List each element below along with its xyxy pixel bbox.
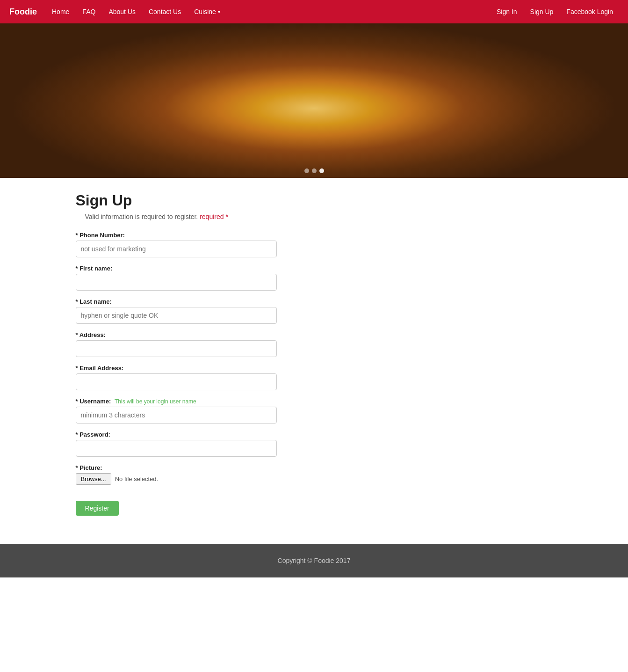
- required-label: required: [200, 213, 225, 220]
- main-content: Sign Up Valid information is required to…: [66, 178, 562, 544]
- last-name-label: * Last name:: [76, 298, 553, 305]
- required-star: *: [225, 213, 228, 220]
- subtitle-text: Valid information is required to registe…: [85, 213, 198, 220]
- facebook-login-link[interactable]: Facebook Login: [561, 4, 619, 19]
- navbar-right: Sign In Sign Up Facebook Login: [491, 4, 619, 19]
- password-field[interactable]: [76, 440, 277, 457]
- faq-link[interactable]: FAQ: [77, 4, 101, 19]
- brand-logo[interactable]: Foodie: [9, 7, 37, 17]
- carousel-dot-3[interactable]: [319, 168, 324, 173]
- form-subtitle: Valid information is required to registe…: [85, 213, 553, 220]
- carousel-dot-1[interactable]: [304, 168, 309, 173]
- first-name-field[interactable]: [76, 274, 277, 291]
- home-link[interactable]: Home: [46, 4, 75, 19]
- page-title: Sign Up: [76, 192, 553, 209]
- last-name-field[interactable]: [76, 307, 277, 324]
- cuisine-dropdown[interactable]: Cuisine ▾: [188, 4, 226, 19]
- footer-copyright: Copyright © Foodie 2017: [278, 557, 351, 564]
- register-button[interactable]: Register: [76, 501, 119, 516]
- footer: Copyright © Foodie 2017: [0, 544, 628, 577]
- hero-carousel-dots: [304, 168, 324, 173]
- hero-banner: [0, 23, 628, 178]
- navbar-left: Home FAQ About Us Contact Us Cuisine ▾: [46, 4, 491, 19]
- phone-number-group: * Phone Number:: [76, 232, 553, 257]
- picture-label: * Picture:: [76, 464, 553, 471]
- password-label: * Password:: [76, 431, 553, 438]
- first-name-label: * First name:: [76, 265, 553, 272]
- about-link[interactable]: About Us: [103, 4, 141, 19]
- username-label: * Username: This will be your login user…: [76, 398, 553, 405]
- address-field[interactable]: [76, 340, 277, 357]
- navbar: Foodie Home FAQ About Us Contact Us Cuis…: [0, 0, 628, 23]
- password-group: * Password:: [76, 431, 553, 457]
- phone-number-label: * Phone Number:: [76, 232, 553, 239]
- last-name-group: * Last name:: [76, 298, 553, 324]
- email-group: * Email Address:: [76, 365, 553, 390]
- contact-link[interactable]: Contact Us: [143, 4, 187, 19]
- signup-link[interactable]: Sign Up: [525, 4, 559, 19]
- file-status: No file selected.: [115, 475, 159, 482]
- hero-image: [0, 23, 628, 178]
- username-group: * Username: This will be your login user…: [76, 398, 553, 424]
- carousel-dot-2[interactable]: [312, 168, 317, 173]
- address-group: * Address:: [76, 331, 553, 357]
- signin-link[interactable]: Sign In: [491, 4, 523, 19]
- chevron-down-icon: ▾: [218, 9, 220, 15]
- address-label: * Address:: [76, 331, 553, 338]
- email-label: * Email Address:: [76, 365, 553, 372]
- username-hint: This will be your login user name: [115, 398, 196, 405]
- username-field[interactable]: [76, 407, 277, 424]
- first-name-group: * First name:: [76, 265, 553, 291]
- picture-group: * Picture: Browse... No file selected.: [76, 464, 553, 485]
- email-field[interactable]: [76, 373, 277, 390]
- phone-number-field[interactable]: [76, 241, 277, 257]
- browse-button[interactable]: Browse...: [76, 473, 111, 485]
- file-input-group: Browse... No file selected.: [76, 473, 553, 485]
- cuisine-label: Cuisine: [194, 8, 216, 15]
